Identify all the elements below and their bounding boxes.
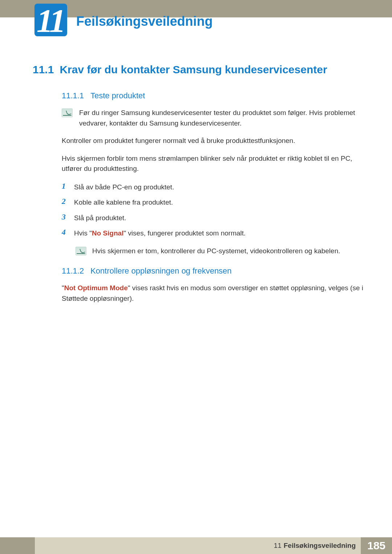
nested-note-block: Hvis skjermen er tom, kontrollerer du PC…: [75, 246, 365, 257]
footer-label: 11 Feilsøkingsveiledning: [35, 537, 361, 554]
footer-chapter-number: 11: [274, 542, 281, 550]
chapter-title: Feilsøkingsveiledning: [76, 14, 213, 29]
step-text: Hvis "No Signal" vises, fungerer produkt…: [74, 227, 246, 239]
section-title: Krav før du kontakter Samsung kundeservi…: [60, 63, 327, 76]
list-item: 3 Slå på produktet.: [62, 212, 365, 223]
highlight-text: No Signal: [92, 229, 124, 237]
note-text: Hvis skjermen er tom, kontrollerer du PC…: [92, 246, 340, 257]
footer-accent-block: [0, 537, 35, 554]
paragraph: Hvis skjermen forblir tom mens strømlamp…: [62, 153, 365, 174]
subsection-number: 11.1.2: [62, 266, 84, 276]
chapter-number-badge: 11: [34, 4, 67, 36]
list-item: 2 Koble alle kablene fra produktet.: [62, 197, 365, 208]
note-icon: [75, 247, 86, 255]
section-number: 11.1: [33, 63, 54, 76]
step-number: 4: [62, 227, 68, 237]
subsection-number: 11.1.1: [62, 91, 84, 100]
footer: 11 Feilsøkingsveiledning 185: [0, 537, 392, 554]
step-text: Koble alle kablene fra produktet.: [74, 197, 173, 208]
paragraph: "Not Optimum Mode" vises raskt hvis en m…: [62, 283, 365, 304]
list-item: 1 Slå av både PC-en og produktet.: [62, 181, 365, 193]
subsection-heading: 11.1.2 Kontrollere oppløsningen og frekv…: [62, 266, 365, 276]
chapter-number: 11: [37, 4, 64, 37]
subsection-heading: 11.1.1 Teste produktet: [62, 91, 365, 100]
subsection-title: Teste produktet: [90, 91, 145, 100]
text-fragment: ": [62, 284, 64, 292]
note-icon: [62, 108, 73, 117]
page-number: 185: [361, 537, 392, 554]
footer-chapter-title: Feilsøkingsveiledning: [284, 542, 356, 550]
note-text: Før du ringer Samsung kundeservicesenter…: [79, 108, 365, 128]
step-list: 1 Slå av både PC-en og produktet. 2 Kobl…: [62, 181, 365, 239]
text-fragment: Hvis ": [74, 229, 92, 237]
step-number: 1: [62, 181, 68, 191]
section-heading: 11.1 Krav før du kontakter Samsung kunde…: [33, 63, 365, 76]
subsection-title: Kontrollere oppløsningen og frekvensen: [90, 266, 232, 276]
step-text: Slå av både PC-en og produktet.: [74, 181, 174, 193]
step-number: 2: [62, 197, 68, 206]
step-text: Slå på produktet.: [74, 212, 126, 223]
note-block: Før du ringer Samsung kundeservicesenter…: [62, 108, 365, 128]
list-item: 4 Hvis "No Signal" vises, fungerer produ…: [62, 227, 365, 239]
page-content: 11.1 Krav før du kontakter Samsung kunde…: [33, 63, 365, 311]
highlight-text: Not Optimum Mode: [64, 284, 128, 292]
step-number: 3: [62, 212, 68, 222]
text-fragment: " vises, fungerer produktet som normalt.: [124, 229, 246, 237]
paragraph: Kontroller om produktet fungerer normalt…: [62, 136, 365, 146]
